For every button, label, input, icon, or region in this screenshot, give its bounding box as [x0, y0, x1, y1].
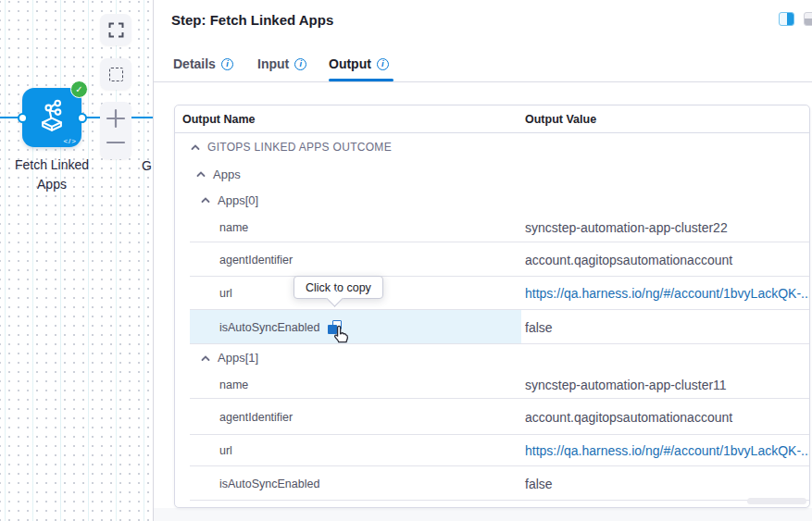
- active-tab-indicator: [329, 79, 394, 81]
- chevron-up-icon[interactable]: [200, 194, 211, 205]
- panel-footer-area: [154, 508, 812, 521]
- zoom-controls: [100, 102, 131, 159]
- output-value: syncstep-automation-app-cluster22: [521, 213, 809, 242]
- zoom-out-icon[interactable]: [105, 131, 127, 154]
- info-icon[interactable]: i: [377, 58, 389, 70]
- output-table-card: Output Name Output Value GITOPS LINKED A…: [174, 105, 810, 508]
- code-glyph-icon: </>: [63, 137, 77, 145]
- hovered-name-cell[interactable]: isAutoSyncEnabled: [190, 310, 521, 344]
- node-port-left[interactable]: [18, 113, 28, 123]
- output-name-label: url: [190, 287, 232, 300]
- tabs-divider: [154, 81, 812, 82]
- info-icon[interactable]: i: [294, 58, 306, 70]
- node-label: Fetch Linked Apps: [0, 155, 104, 194]
- pipeline-canvas[interactable]: </> ✓ Fetch Linked Apps G: [0, 0, 154, 521]
- column-header-output-name: Output Name: [175, 113, 521, 126]
- table-row: Apps[0]: [175, 187, 809, 213]
- chevron-up-icon[interactable]: [200, 353, 211, 364]
- table-row: isAutoSyncEnabled false: [175, 466, 809, 501]
- info-icon[interactable]: i: [221, 58, 233, 70]
- gitops-icon: [32, 96, 71, 139]
- output-value: false: [521, 310, 809, 344]
- table-row: name syncstep-automation-app-cluster22: [175, 213, 809, 242]
- table-row: agentIdentifier account.qagitopsautomati…: [175, 242, 809, 277]
- hand-cursor-icon: [331, 324, 352, 345]
- marquee-select-icon: [109, 68, 123, 81]
- output-value-link[interactable]: https://qa.harness.io/ng/#/account/1bvyL…: [521, 277, 809, 310]
- group-apps[interactable]: Apps: [190, 167, 241, 181]
- next-node-label-partial: G: [142, 158, 152, 173]
- table-row: url https://qa.harness.io/ng/#/account/1…: [175, 435, 809, 466]
- output-value: syncstep-automation-app-cluster11: [521, 371, 809, 399]
- marquee-select-button[interactable]: [100, 58, 131, 90]
- table-row: name syncstep-automation-app-cluster11: [175, 371, 809, 399]
- group-apps-1[interactable]: Apps[1]: [190, 351, 258, 365]
- step-node-fetch-linked-apps[interactable]: </>: [22, 88, 81, 147]
- tab-input[interactable]: Input i: [257, 55, 306, 73]
- node-port-right[interactable]: [77, 113, 87, 123]
- output-name-label: url: [190, 444, 232, 457]
- step-success-badge-icon: ✓: [70, 81, 88, 98]
- output-value-link[interactable]: https://qa.harness.io/ng/#/account/1bvyL…: [521, 435, 809, 466]
- group-gitops-outcome[interactable]: GITOPS LINKED APPS OUTCOME: [190, 141, 392, 154]
- horizontal-scrollbar-thumb[interactable]: [747, 498, 806, 504]
- output-value: account.qagitopsautomationaccount: [521, 399, 809, 435]
- table-row: isAutoSyncEnabled false: [175, 310, 809, 344]
- collapse-pane-toggle-icon[interactable]: [804, 12, 812, 26]
- output-name-label: isAutoSyncEnabled: [190, 321, 319, 334]
- app-window: </> ✓ Fetch Linked Apps G Step: Fetch Li…: [0, 0, 812, 521]
- step-details-panel: Step: Fetch Linked Apps Details i Input …: [154, 0, 812, 521]
- chevron-up-icon[interactable]: [195, 168, 206, 180]
- column-header-output-value: Output Value: [521, 113, 809, 126]
- table-row: GITOPS LINKED APPS OUTCOME: [175, 133, 809, 161]
- output-name-label: agentIdentifier: [190, 254, 293, 267]
- output-name-label: name: [190, 378, 248, 391]
- table-row: url https://qa.harness.io/ng/#/account/1…: [175, 277, 809, 310]
- chevron-up-icon[interactable]: [190, 142, 201, 153]
- group-apps-0[interactable]: Apps[0]: [190, 193, 258, 207]
- tab-details[interactable]: Details i: [173, 55, 233, 73]
- fullscreen-button[interactable]: [100, 14, 131, 45]
- output-name-label: name: [190, 221, 248, 234]
- table-row: Apps[1]: [175, 344, 809, 371]
- zoom-in-icon[interactable]: [105, 107, 127, 130]
- tab-output[interactable]: Output i: [329, 55, 389, 73]
- fullscreen-icon: [108, 22, 124, 38]
- output-name-label: agentIdentifier: [190, 411, 293, 424]
- table-header-row: Output Name Output Value: [175, 105, 809, 133]
- split-pane-toggle-icon[interactable]: [779, 12, 794, 26]
- table-row: Apps: [175, 161, 809, 187]
- output-name-label: isAutoSyncEnabled: [190, 478, 319, 490]
- output-value: account.qagitopsautomationaccount: [521, 242, 809, 277]
- click-to-copy-tooltip: Click to copy: [294, 276, 383, 299]
- panel-title: Step: Fetch Linked Apps: [171, 12, 333, 28]
- table-row: agentIdentifier account.qagitopsautomati…: [175, 399, 809, 435]
- output-value: false: [521, 466, 809, 501]
